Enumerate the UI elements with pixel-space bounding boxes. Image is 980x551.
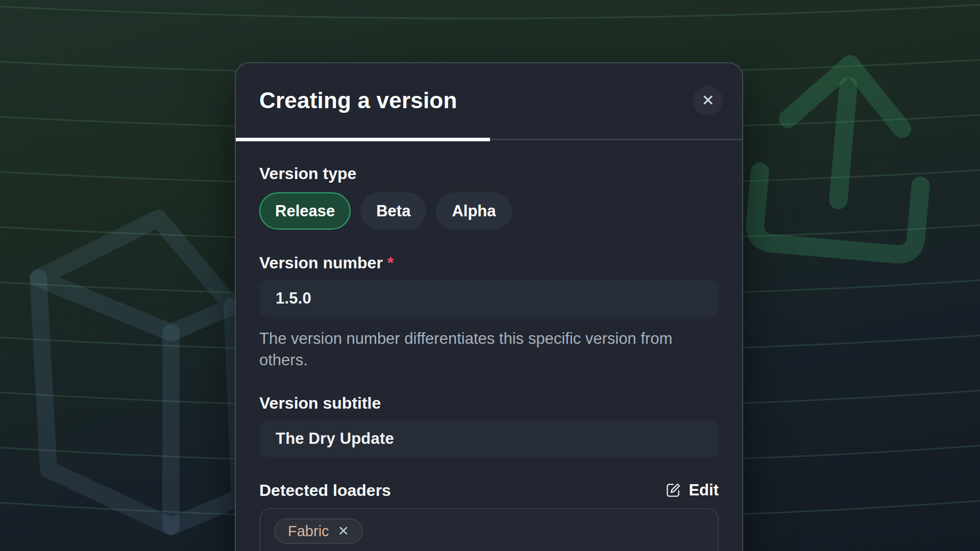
version-type-beta-button[interactable]: Beta <box>360 192 426 230</box>
version-type-options: Release Beta Alpha <box>259 192 719 230</box>
edit-icon <box>665 482 681 498</box>
edit-loaders-button[interactable]: Edit <box>665 481 719 499</box>
version-type-alpha-button[interactable]: Alpha <box>436 192 511 230</box>
version-subtitle-label: Version subtitle <box>259 393 719 413</box>
detected-loaders-header: Detected loaders Edit <box>259 481 719 500</box>
modal-title: Creating a version <box>259 88 457 113</box>
remove-loader-button[interactable]: ✕ <box>338 524 350 538</box>
version-type-release-button[interactable]: Release <box>259 192 351 230</box>
version-number-label-text: Version number <box>259 254 383 272</box>
create-version-modal: Creating a version ✕ Version type Releas… <box>235 62 743 551</box>
version-number-input[interactable] <box>259 280 719 317</box>
version-number-help: The version number differentiates this s… <box>259 328 719 371</box>
loader-chip-label: Fabric <box>288 523 329 540</box>
close-icon: ✕ <box>701 93 714 108</box>
screen: Creating a version ✕ Version type Releas… <box>0 0 980 551</box>
detected-loaders-box: Fabric ✕ <box>259 508 719 551</box>
detected-loaders-label: Detected loaders <box>259 481 391 500</box>
loader-chip-fabric: Fabric ✕ <box>274 518 363 544</box>
progress-fill <box>236 138 490 141</box>
wizard-progress-bar <box>236 138 742 141</box>
required-asterisk: * <box>387 254 394 272</box>
version-subtitle-input[interactable] <box>259 420 719 457</box>
remove-icon: ✕ <box>338 524 350 538</box>
edit-button-label: Edit <box>689 481 719 499</box>
modal-header: Creating a version ✕ <box>236 63 742 138</box>
modal-body: Version type Release Beta Alpha Version … <box>236 141 742 551</box>
package-cube-icon <box>38 218 240 527</box>
upload-arrow-icon <box>754 57 930 256</box>
close-button[interactable]: ✕ <box>693 86 723 115</box>
version-type-label: Version type <box>259 164 719 183</box>
version-number-label: Version number* <box>259 253 719 272</box>
